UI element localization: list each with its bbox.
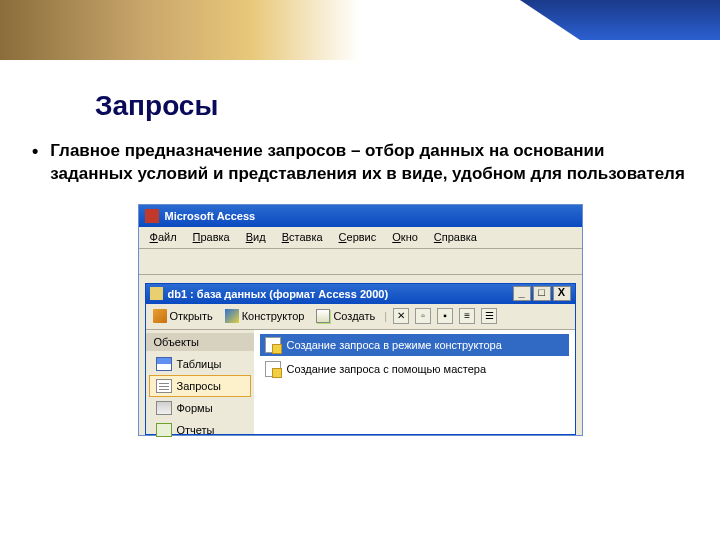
access-window: Microsoft Access Файл Правка Вид Вставка… (138, 204, 583, 436)
view-list-button[interactable]: ≡ (459, 308, 475, 324)
db-toolbar: Открыть Конструктор Создать | ✕ ▫ ▪ ≡ ☰ (146, 304, 575, 330)
new-icon (316, 309, 330, 323)
report-icon (156, 423, 172, 437)
table-icon (156, 357, 172, 371)
view-small-button[interactable]: ▪ (437, 308, 453, 324)
open-button[interactable]: Открыть (150, 308, 216, 324)
app-titlebar[interactable]: Microsoft Access (139, 205, 582, 227)
delete-button[interactable]: ✕ (393, 308, 409, 324)
list-item[interactable]: Создание запроса с помощью мастера (260, 358, 569, 380)
menu-service[interactable]: Сервис (332, 229, 384, 245)
query-icon (156, 379, 172, 393)
wizard-icon (265, 337, 281, 353)
sidebar-item-label: Таблицы (177, 358, 222, 370)
menubar: Файл Правка Вид Вставка Сервис Окно Спра… (139, 227, 582, 249)
sidebar-header: Объекты (146, 333, 254, 351)
design-button[interactable]: Конструктор (222, 308, 308, 324)
menu-help[interactable]: Справка (427, 229, 484, 245)
content-pane: Создание запроса в режиме конструктора С… (254, 330, 575, 434)
list-item-label: Создание запроса в режиме конструктора (287, 339, 502, 351)
sidebar-item-reports[interactable]: Отчеты (149, 419, 251, 441)
design-label: Конструктор (242, 310, 305, 322)
create-label: Создать (333, 310, 375, 322)
menu-view[interactable]: Вид (239, 229, 273, 245)
sidebar-item-label: Отчеты (177, 424, 215, 436)
form-icon (156, 401, 172, 415)
sidebar-item-label: Формы (177, 402, 213, 414)
sidebar-item-tables[interactable]: Таблицы (149, 353, 251, 375)
wizard-icon (265, 361, 281, 377)
menu-file[interactable]: Файл (143, 229, 184, 245)
page-title: Запросы (95, 90, 720, 122)
close-button[interactable]: X (553, 286, 571, 301)
app-toolbar (139, 249, 582, 275)
bullet-mark: • (32, 140, 38, 186)
db-icon (150, 287, 163, 300)
menu-insert[interactable]: Вставка (275, 229, 330, 245)
sidebar-item-label: Запросы (177, 380, 221, 392)
sidebar: Объекты Таблицы Запросы Формы Отчеты (146, 330, 254, 434)
minimize-button[interactable]: _ (513, 286, 531, 301)
bullet-text: Главное предназначение запросов – отбор … (50, 140, 690, 186)
sidebar-item-queries[interactable]: Запросы (149, 375, 251, 397)
sidebar-item-forms[interactable]: Формы (149, 397, 251, 419)
db-title-text: db1 : база данных (формат Access 2000) (168, 288, 513, 300)
list-item[interactable]: Создание запроса в режиме конструктора (260, 334, 569, 356)
access-icon (145, 209, 159, 223)
db-body: Объекты Таблицы Запросы Формы Отчеты (146, 330, 575, 434)
db-titlebar[interactable]: db1 : база данных (формат Access 2000) _… (146, 284, 575, 304)
maximize-button[interactable]: □ (533, 286, 551, 301)
db-window: db1 : база данных (формат Access 2000) _… (145, 283, 576, 435)
create-button[interactable]: Создать (313, 308, 378, 324)
menu-window[interactable]: Окно (385, 229, 425, 245)
open-label: Открыть (170, 310, 213, 322)
open-icon (153, 309, 167, 323)
menu-edit[interactable]: Правка (186, 229, 237, 245)
window-buttons: _ □ X (513, 286, 571, 301)
design-icon (225, 309, 239, 323)
view-details-button[interactable]: ☰ (481, 308, 497, 324)
view-large-button[interactable]: ▫ (415, 308, 431, 324)
bullet-block: • Главное предназначение запросов – отбо… (32, 140, 690, 186)
hero-banner (0, 0, 720, 60)
app-title-text: Microsoft Access (165, 210, 256, 222)
list-item-label: Создание запроса с помощью мастера (287, 363, 487, 375)
